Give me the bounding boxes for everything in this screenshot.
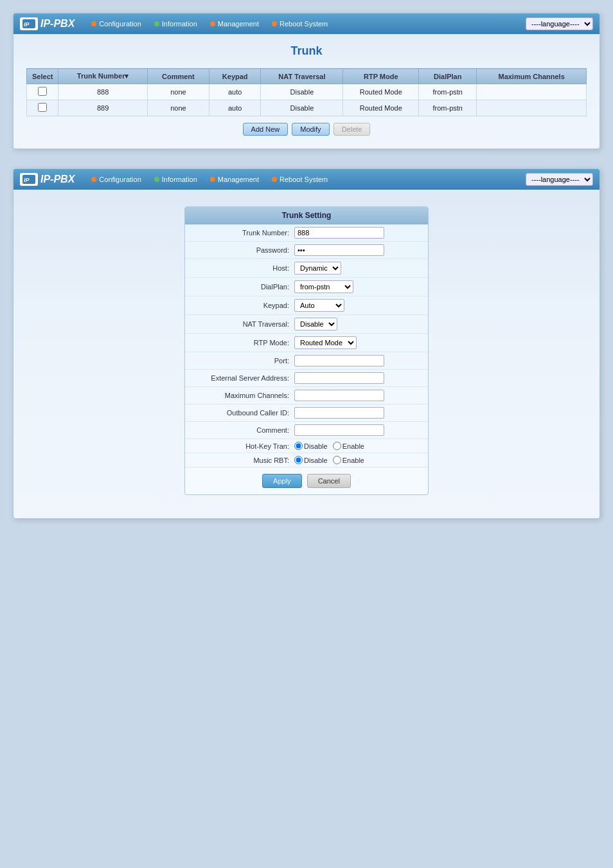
radio-group-hotkey: Disable Enable — [294, 442, 422, 450]
col-dialplan: DialPlan — [419, 69, 477, 84]
form-row-nat: NAT Traversal: Disable Enable — [185, 315, 428, 334]
control-external-server — [294, 372, 422, 384]
form-title: Trunk Setting — [185, 207, 428, 224]
label-password: Password: — [191, 246, 294, 254]
nav-dot-mgmt-2 — [210, 177, 215, 182]
nav-dot-reboot-2 — [272, 177, 277, 182]
modify-button[interactable]: Modify — [292, 123, 329, 136]
row1-nat-traversal: Disable — [261, 84, 343, 100]
row1-comment: none — [147, 84, 209, 100]
select-dialplan[interactable]: from-pstn from-internal — [294, 280, 353, 293]
nav-configuration-2[interactable]: Configuration — [85, 173, 147, 186]
col-trunk-number[interactable]: Trunk Number▾ — [58, 69, 147, 84]
panel-content-1: Trunk Select Trunk Number▾ Comment Keypa… — [13, 34, 600, 149]
cancel-button[interactable]: Cancel — [307, 474, 351, 488]
trunk-setting-form: Trunk Setting Trunk Number: Password: — [184, 206, 429, 495]
apply-button[interactable]: Apply — [262, 474, 302, 488]
label-hotkey-tran: Hot-Key Tran: — [191, 442, 294, 450]
form-row-trunk-number: Trunk Number: — [185, 224, 428, 242]
table-row: 888 none auto Disable Routed Mode from-p… — [27, 84, 587, 100]
input-password[interactable] — [294, 244, 384, 256]
nav-dot-management-1 — [210, 21, 215, 26]
row2-select[interactable] — [27, 100, 58, 116]
input-max-channels[interactable] — [294, 390, 384, 401]
select-nat-traversal[interactable]: Disable Enable — [294, 318, 337, 330]
input-outbound-caller[interactable] — [294, 407, 384, 419]
select-host[interactable]: Dynamic Static — [294, 262, 341, 275]
nav-configuration-1[interactable]: Configuration — [85, 17, 147, 30]
table-row: 889 none auto Disable Routed Mode from-p… — [27, 100, 587, 116]
col-max-channels: Maximum Channels — [477, 69, 587, 84]
nav-dot-reboot-1 — [272, 21, 277, 26]
logo-text-2: IP-PBX — [40, 174, 75, 185]
label-host: Host: — [191, 264, 294, 272]
select-rtp-mode[interactable]: Routed Mode Direct Mode — [294, 336, 357, 349]
form-container: Trunk Setting Trunk Number: Password: — [26, 200, 587, 505]
nav-management-2[interactable]: Management — [204, 173, 265, 186]
nav-bar-1: IP IP-PBX Configuration Information Mana… — [13, 14, 600, 34]
row2-max-channels — [477, 100, 587, 116]
form-row-music-rbt: Music RBT: Disable Enable — [185, 453, 428, 467]
delete-button[interactable]: Delete — [333, 123, 371, 136]
row2-trunk-number: 889 — [58, 100, 147, 116]
label-external-server: External Server Address: — [191, 374, 294, 382]
nav-reboot-1[interactable]: Reboot System — [265, 17, 334, 30]
control-comment — [294, 424, 422, 436]
nav-information-1[interactable]: Information — [148, 17, 204, 30]
page-title-trunk: Trunk — [26, 44, 587, 58]
col-comment: Comment — [147, 69, 209, 84]
panel-trunk-list: IP IP-PBX Configuration Information Mana… — [13, 13, 600, 149]
row1-select[interactable] — [27, 84, 58, 100]
nav-information-2[interactable]: Information — [148, 173, 204, 186]
form-row-keypad: Keypad: Auto RFC2833 Inband — [185, 296, 428, 315]
logo-icon-2: IP — [20, 173, 38, 186]
panel-content-2: Trunk Setting Trunk Number: Password: — [13, 190, 600, 518]
control-port — [294, 355, 422, 366]
col-select: Select — [27, 69, 58, 84]
music-rbt-enable-radio[interactable] — [333, 456, 341, 464]
music-rbt-disable-label[interactable]: Disable — [294, 456, 328, 464]
form-row-password: Password: — [185, 242, 428, 259]
form-row-host: Host: Dynamic Static — [185, 259, 428, 278]
input-comment[interactable] — [294, 424, 384, 436]
music-rbt-enable-label[interactable]: Enable — [333, 456, 364, 464]
nav-reboot-2[interactable]: Reboot System — [265, 173, 334, 186]
form-row-max-channels: Maximum Channels: — [185, 387, 428, 404]
add-new-button[interactable]: Add New — [243, 123, 289, 136]
row1-checkbox[interactable] — [38, 87, 47, 96]
row2-dialplan: from-pstn — [419, 100, 477, 116]
control-keypad: Auto RFC2833 Inband — [294, 299, 422, 312]
row1-trunk-number: 888 — [58, 84, 147, 100]
hotkey-disable-label[interactable]: Disable — [294, 442, 328, 450]
control-host: Dynamic Static — [294, 262, 422, 275]
nav-management-1[interactable]: Management — [204, 17, 265, 30]
language-select-1[interactable]: ----language---- — [526, 17, 593, 30]
row2-rtp-mode: Routed Mode — [343, 100, 419, 116]
form-row-outbound-caller: Outbound Caller ID: — [185, 404, 428, 422]
select-keypad[interactable]: Auto RFC2833 Inband — [294, 299, 344, 312]
control-hotkey-tran: Disable Enable — [294, 442, 422, 450]
hotkey-enable-radio[interactable] — [333, 442, 341, 450]
form-row-rtp-mode: RTP Mode: Routed Mode Direct Mode — [185, 334, 428, 352]
hotkey-disable-radio[interactable] — [294, 442, 303, 450]
control-rtp-mode: Routed Mode Direct Mode — [294, 336, 422, 349]
input-external-server[interactable] — [294, 372, 384, 384]
label-port: Port: — [191, 357, 294, 365]
input-port[interactable] — [294, 355, 384, 366]
col-keypad: Keypad — [209, 69, 261, 84]
row2-checkbox[interactable] — [38, 103, 47, 112]
label-dialplan: DialPlan: — [191, 283, 294, 291]
music-rbt-disable-radio[interactable] — [294, 456, 303, 464]
label-comment: Comment: — [191, 426, 294, 434]
label-rtp-mode: RTP Mode: — [191, 339, 294, 347]
input-trunk-number[interactable] — [294, 227, 384, 239]
nav-dot-information-1 — [154, 21, 159, 26]
nav-bar-2: IP IP-PBX Configuration Information Mana… — [13, 169, 600, 190]
logo-1: IP IP-PBX — [20, 17, 75, 30]
language-select-2[interactable]: ----language---- — [526, 173, 593, 186]
svg-text:IP: IP — [24, 21, 30, 28]
logo-icon-1: IP — [20, 17, 38, 30]
form-row-port: Port: — [185, 352, 428, 370]
control-music-rbt: Disable Enable — [294, 456, 422, 464]
hotkey-enable-label[interactable]: Enable — [333, 442, 364, 450]
